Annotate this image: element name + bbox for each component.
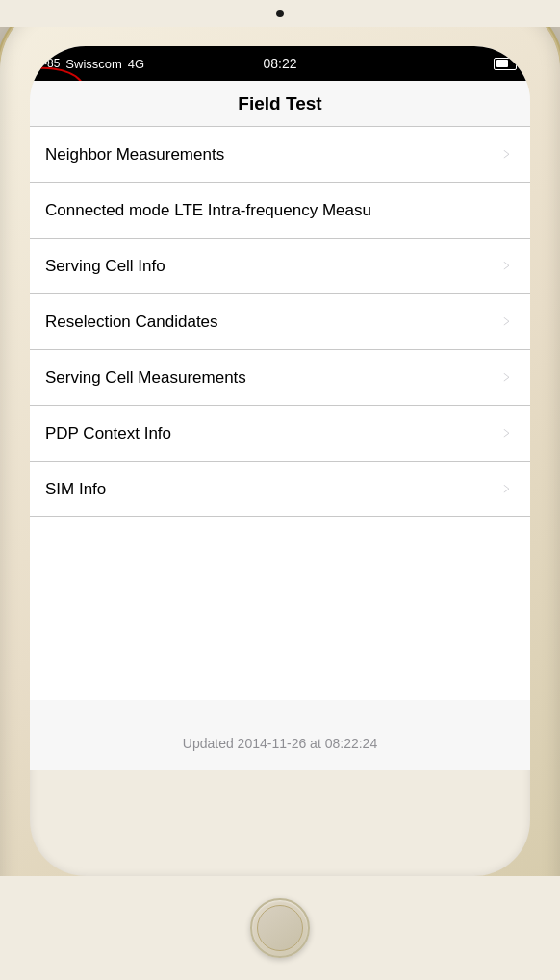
phone-frame: -85 Swisscom 4G 08:22 Field Test (0, 0, 560, 980)
battery-icon (494, 58, 517, 70)
status-right (494, 58, 517, 70)
list-item-connected-mode-lte[interactable]: Connected mode LTE Intra-frequency Measu (30, 183, 530, 239)
phone-inner: -85 Swisscom 4G 08:22 Field Test (30, 46, 530, 876)
page-title: Field Test (238, 93, 321, 114)
main-content: Neighbor Measurements﹥Connected mode LTE… (30, 127, 530, 770)
battery-fill (496, 60, 508, 67)
list-item-label-serving-cell-measurements: Serving Cell Measurements (45, 368, 492, 388)
status-time: 08:22 (263, 56, 296, 71)
list-item-label-connected-mode-lte: Connected mode LTE Intra-frequency Measu (45, 201, 515, 220)
chevron-right-icon: ﹥ (499, 367, 515, 388)
list-item-label-neighbor-measurements: Neighbor Measurements (45, 145, 492, 164)
list-item-reselection-candidates[interactable]: Reselection Candidates﹥ (30, 294, 530, 350)
phone-bottom (0, 876, 560, 980)
carrier-name: Swisscom (65, 57, 122, 71)
chevron-right-icon: ﹥ (499, 144, 515, 164)
top-notch (0, 0, 560, 27)
list-item-pdp-context-info[interactable]: PDP Context Info﹥ (30, 406, 530, 462)
home-button[interactable] (250, 898, 310, 958)
list-item-serving-cell-info[interactable]: Serving Cell Info﹥ (30, 239, 530, 294)
list-item-sim-info[interactable]: SIM Info﹥ (30, 462, 530, 517)
list-item-label-serving-cell-info: Serving Cell Info (45, 257, 492, 276)
list-item-label-reselection-candidates: Reselection Candidates (45, 313, 492, 332)
footer-text: Updated 2014-11-26 at 08:22:24 (183, 736, 377, 751)
front-dot (276, 10, 284, 17)
screen-content: -85 Swisscom 4G 08:22 Field Test (30, 46, 530, 770)
chevron-right-icon: ﹥ (499, 479, 515, 499)
network-type: 4G (128, 57, 144, 71)
chevron-right-icon: ﹥ (499, 423, 515, 443)
signal-strength: -85 (43, 57, 60, 70)
home-button-inner (257, 905, 303, 951)
footer: Updated 2014-11-26 at 08:22:24 (30, 716, 530, 770)
status-left: -85 Swisscom 4G (43, 57, 144, 71)
screen: -85 Swisscom 4G 08:22 Field Test (30, 46, 530, 770)
list-item-label-sim-info: SIM Info (45, 480, 492, 499)
chevron-right-icon: ﹥ (499, 256, 515, 276)
navigation-bar: Field Test (30, 81, 530, 127)
list-item-neighbor-measurements[interactable]: Neighbor Measurements﹥ (30, 127, 530, 183)
list-item-label-pdp-context-info: PDP Context Info (45, 424, 492, 443)
status-bar: -85 Swisscom 4G 08:22 (30, 46, 530, 81)
chevron-right-icon: ﹥ (499, 312, 515, 332)
list-item-serving-cell-measurements[interactable]: Serving Cell Measurements﹥ (30, 350, 530, 406)
menu-list: Neighbor Measurements﹥Connected mode LTE… (30, 127, 530, 700)
